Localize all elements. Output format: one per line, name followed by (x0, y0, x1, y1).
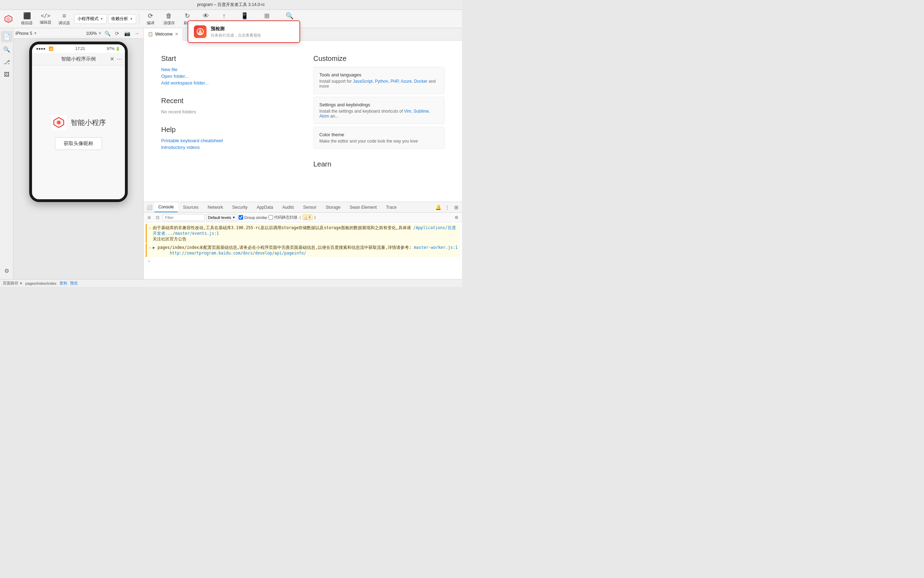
app-logo (3, 13, 14, 24)
path-value: pages/index/index (25, 281, 57, 286)
devtools-toolbar: ⊘ ⊡ Default levels ▼ Group similar 代码静态扫… (144, 213, 462, 222)
activity-settings-icon[interactable]: ⚙ (1, 265, 12, 276)
color-theme-title: Color theme (319, 132, 439, 137)
title-bar: program – 百度开发者工具 3.14.0-rc (0, 0, 462, 10)
python-link[interactable]: Python (375, 79, 388, 84)
expand-arrow-2[interactable]: ▶ (153, 245, 155, 250)
help-heading: Help (161, 126, 292, 134)
docker-link[interactable]: Docker (414, 79, 428, 84)
php-link[interactable]: PHP (391, 79, 399, 84)
devtools-filter-input[interactable] (162, 214, 205, 221)
phone-close-icon[interactable]: ✕ (110, 55, 114, 62)
dep-analysis-dropdown[interactable]: 依赖分析 ▼ (108, 14, 136, 24)
path-label-item: 页面路径 ▼ (3, 281, 23, 286)
devtools-tab-trace[interactable]: Trace (382, 202, 401, 212)
path-value-item: pages/index/index (25, 281, 57, 286)
no-recent-text: No recent folders (161, 109, 196, 114)
devtools-levels-dropdown[interactable]: Default levels ▼ (206, 214, 237, 221)
warn-link-2[interactable]: master-worker.js:1 (414, 245, 458, 250)
devtools-tab-security[interactable]: Security (228, 202, 251, 212)
azure-link[interactable]: Azure (401, 79, 412, 84)
editor-button[interactable]: </> 编辑器 (37, 11, 54, 26)
notification-title: 预检测 (211, 26, 261, 32)
svg-marker-3 (198, 29, 203, 34)
notification-description: 任务执行完成，点击查看报告 (211, 33, 261, 38)
devtools-panel: ⬜ Console Sources Network Security AppDa (144, 202, 462, 279)
javascript-link[interactable]: JavaScript (353, 79, 373, 84)
activity-files-icon[interactable]: 📄 (1, 31, 12, 42)
devtools-tab-storage[interactable]: Storage (322, 202, 345, 212)
inspect-button[interactable]: 🔍 (103, 29, 112, 38)
devtools-expand-icon[interactable]: ⊞ (452, 203, 460, 211)
tools-languages-card: Tools and languages Install support for … (313, 67, 445, 94)
new-file-link[interactable]: New file (161, 67, 292, 72)
devtools-inspect-icon[interactable]: ⬜ (145, 203, 153, 211)
activity-git-icon[interactable]: ⎇ (1, 56, 12, 68)
devtools-tab-network[interactable]: Network (203, 202, 227, 212)
notification-popup[interactable]: 预检测 任务执行完成，点击查看报告 (188, 20, 300, 43)
forward-button[interactable]: → (133, 29, 141, 38)
phone-action-button[interactable]: 获取头像昵称 (55, 137, 102, 150)
static-scan-checkbox-label[interactable]: 代码静态扫描（ (269, 215, 301, 220)
status-bar: 页面路径 ▼ pages/index/index 复制 预览 (0, 279, 462, 287)
devtools-tab-swan-element[interactable]: Swan Element (345, 202, 381, 212)
group-similar-checkbox-label[interactable]: Group similar (238, 215, 267, 220)
atom-link[interactable]: Atom (319, 114, 329, 119)
welcome-recent-section: Recent No recent folders (161, 97, 292, 114)
static-scan-checkbox[interactable] (269, 215, 273, 220)
mode-dropdown[interactable]: 小程序模式 ▼ (74, 14, 107, 24)
devtools-tab-sensor[interactable]: Sensor (299, 202, 321, 212)
tab-welcome[interactable]: 📋 Welcome ✕ (144, 28, 183, 41)
devtools-clear-button[interactable]: ⊘ (146, 214, 153, 221)
device-selector[interactable]: iPhone 5 ▼ (16, 31, 37, 36)
rotate-button[interactable]: ⟳ (113, 29, 122, 38)
phone-more-icon[interactable]: ⋯ (117, 55, 122, 62)
devtools-pause-button[interactable]: ⊡ (154, 214, 161, 221)
devtools-more-icon[interactable]: ⋮ (443, 203, 451, 211)
keyboard-cheatsheet-link[interactable]: Printable keyboard cheatsheet (161, 138, 292, 143)
debugger-label: 调试器 (58, 20, 70, 26)
warn-text-1: 由于基础库的非兼容性改动,工具在基础库3.190.255-rc及以后调用stor… (153, 225, 458, 242)
welcome-page: Start New file Open folder... Add worksp… (144, 41, 462, 202)
real-test-icon: 📱 (241, 12, 248, 20)
activity-search-icon[interactable]: 🔍 (1, 44, 12, 55)
compile-label: 编译 (147, 20, 154, 26)
screenshot-button[interactable]: 📷 (123, 29, 131, 38)
devtools-tab-audits[interactable]: Audits (278, 202, 298, 212)
static-scan-label: 代码静态扫描（ (274, 215, 301, 220)
publish-icon: ↑ (222, 12, 225, 20)
devtools-tab-console[interactable]: Console (154, 202, 178, 212)
copy-link[interactable]: 复制 (60, 281, 67, 286)
search-suggest-button[interactable]: 🔍 搜索建议 预检测 任务执行完成，点击查看报告 (279, 11, 300, 27)
editor-icon: </> (41, 13, 50, 19)
simulator-button[interactable]: ⬛ 模拟器 (18, 11, 36, 27)
start-heading: Start (161, 55, 292, 63)
devtools-bell-icon[interactable]: 🔔 (434, 203, 442, 211)
phone-logo: 智能小程序 (51, 115, 106, 130)
settings-keybindings-card: Settings and keybindings Install the set… (313, 97, 445, 124)
mode-arrow-icon: ▼ (100, 17, 104, 21)
open-folder-link[interactable]: Open folder... (161, 73, 292, 79)
tab-welcome-close-icon[interactable]: ✕ (175, 32, 178, 37)
phone-time: 17:21 (75, 47, 85, 51)
activity-image-icon[interactable]: 🖼 (1, 69, 12, 80)
preview-link[interactable]: 预览 (70, 281, 78, 286)
debugger-button[interactable]: ≡ 调试器 (55, 11, 73, 27)
devtools-tab-appdata[interactable]: AppData (252, 202, 277, 212)
warn-url-2[interactable]: http://smartprogram.baidu.com/docs/devel… (170, 251, 306, 256)
compile-button[interactable]: ⟳ 编译 (142, 11, 159, 27)
vim-link[interactable]: Vim (404, 109, 411, 114)
sublime-link[interactable]: Sublime (413, 109, 429, 114)
window-title: program – 百度开发者工具 3.14.0-rc (197, 2, 265, 8)
add-workspace-link[interactable]: Add workspace folder... (161, 80, 292, 86)
zoom-arrow-icon: ▼ (98, 31, 102, 35)
settings-keybindings-desc: Install the settings and keyboard shortc… (319, 109, 439, 119)
zoom-selector[interactable]: 100% ▼ (86, 31, 102, 36)
group-similar-checkbox[interactable] (238, 215, 243, 220)
devtools-tab-sources[interactable]: Sources (179, 202, 203, 212)
clear-cache-button[interactable]: 🗑 清缓存 (160, 11, 178, 27)
intro-videos-link[interactable]: Introductory videos (161, 144, 292, 150)
devtools-settings-icon[interactable]: ⚙ (453, 214, 460, 221)
welcome-start-section: Start New file Open folder... Add worksp… (161, 55, 292, 86)
welcome-left-col: Start New file Open folder... Add worksp… (161, 55, 292, 188)
